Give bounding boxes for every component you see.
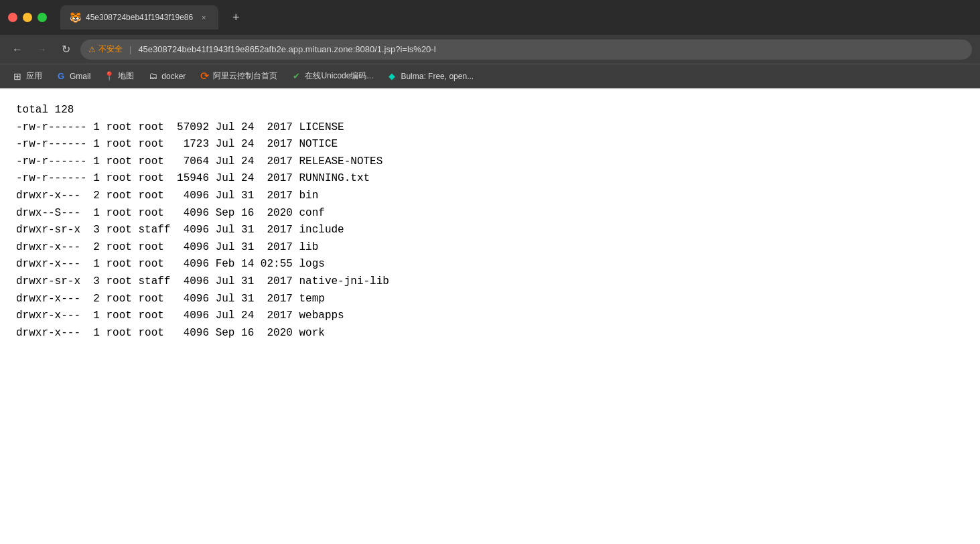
close-button[interactable] <box>8 13 17 22</box>
bookmark-bulma-label: Bulma: Free, open... <box>401 72 474 81</box>
bookmark-gmail-label: Gmail <box>70 72 90 81</box>
address-text: 45e308724beb41f1943f19e8652afb2e.app.mit… <box>138 44 435 54</box>
traffic-lights <box>8 13 47 22</box>
forward-button: → <box>32 40 51 59</box>
bookmark-apps[interactable]: ⊞ 应用 <box>7 68 48 84</box>
bookmark-docker-label: docker <box>161 72 186 81</box>
security-warning: ⚠ 不安全 <box>88 44 123 55</box>
tab-close-button[interactable]: × <box>198 12 209 23</box>
bookmark-gmail[interactable]: G Gmail <box>50 68 96 84</box>
warning-triangle-icon: ⚠ <box>88 45 96 54</box>
docker-icon: 🗂 <box>147 71 158 82</box>
tab-favicon: 🐯 <box>70 12 80 23</box>
unicode-icon: ✔ <box>291 71 301 82</box>
tab-title: 45e308724beb41f1943f19e86 <box>86 13 193 22</box>
bookmark-docker[interactable]: 🗂 docker <box>142 68 191 84</box>
bulma-icon: ◆ <box>387 71 397 82</box>
bookmark-aliyun-label: 阿里云控制台首页 <box>213 70 277 82</box>
navbar: ← → ↻ ⚠ 不安全 | 45e308724beb41f1943f19e865… <box>0 35 980 64</box>
reload-button[interactable]: ↻ <box>56 40 75 59</box>
titlebar: 🐯 45e308724beb41f1943f19e86 × + <box>0 0 980 35</box>
bookmark-bulma[interactable]: ◆ Bulma: Free, open... <box>381 68 479 84</box>
terminal-output: total 128 -rw-r------ 1 root root 57092 … <box>16 102 964 342</box>
address-separator: | <box>129 44 131 54</box>
bookmark-unicode-label: 在线Unicode编码... <box>305 70 373 82</box>
maps-icon: 📍 <box>104 71 115 82</box>
content-area: total 128 -rw-r------ 1 root root 57092 … <box>0 88 980 544</box>
bookmark-apps-label: 应用 <box>26 70 42 82</box>
address-bar[interactable]: ⚠ 不安全 | 45e308724beb41f1943f19e8652afb2e… <box>80 40 972 60</box>
bookmark-unicode[interactable]: ✔ 在线Unicode编码... <box>285 68 378 84</box>
new-tab-button[interactable]: + <box>226 8 245 27</box>
security-warning-text: 不安全 <box>98 44 123 55</box>
bookmarks-bar: ⊞ 应用 G Gmail 📍 地图 🗂 docker ⟳ 阿里云控制台首页 ✔ … <box>0 64 980 88</box>
back-button[interactable]: ← <box>8 40 27 59</box>
bookmark-aliyun[interactable]: ⟳ 阿里云控制台首页 <box>194 68 283 84</box>
bookmark-maps-label: 地图 <box>118 70 134 82</box>
apps-icon: ⊞ <box>12 71 23 82</box>
aliyun-icon: ⟳ <box>199 71 210 82</box>
maximize-button[interactable] <box>38 13 47 22</box>
active-tab[interactable]: 🐯 45e308724beb41f1943f19e86 × <box>60 5 218 29</box>
bookmark-maps[interactable]: 📍 地图 <box>98 68 139 84</box>
minimize-button[interactable] <box>23 13 32 22</box>
gmail-icon: G <box>56 71 66 82</box>
